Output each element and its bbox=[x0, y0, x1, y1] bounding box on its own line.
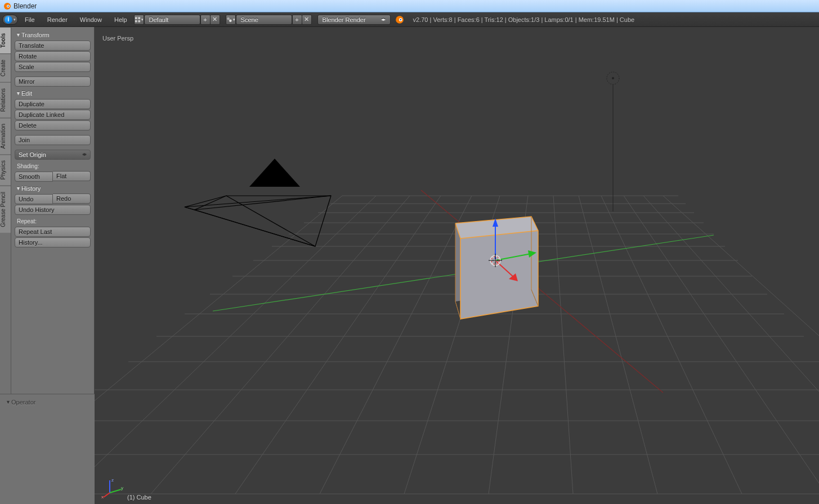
panel-header-operator[interactable]: ▼Operator bbox=[5, 397, 90, 407]
operator-shelf: ▼Operator bbox=[0, 394, 95, 504]
workspace: Tools Create Relations Animation Physics… bbox=[0, 27, 819, 504]
3d-viewport[interactable]: User Persp bbox=[95, 27, 819, 504]
blender-small-icon bbox=[392, 15, 408, 25]
layout-add-button[interactable]: + bbox=[200, 15, 211, 25]
layout-picker: ▾ Default + ✕ bbox=[134, 15, 220, 25]
render-engine-picker: Blender Render ◂▸ bbox=[317, 15, 391, 25]
layout-browse-button[interactable]: ▾ bbox=[134, 15, 144, 25]
lamp-object[interactable] bbox=[607, 72, 619, 212]
svg-line-49 bbox=[185, 207, 195, 210]
axis-gizmo-icon: z y x bbox=[101, 476, 124, 498]
translate-button[interactable]: Translate bbox=[15, 40, 91, 51]
scale-button[interactable]: Scale bbox=[15, 62, 91, 72]
undo-history-button[interactable]: Undo History bbox=[15, 205, 91, 215]
join-button[interactable]: Join bbox=[15, 135, 91, 145]
duplicate-button[interactable]: Duplicate bbox=[15, 99, 91, 109]
svg-line-38 bbox=[624, 196, 819, 494]
mirror-button[interactable]: Mirror bbox=[15, 76, 91, 87]
menu-window[interactable]: Window bbox=[74, 14, 108, 25]
repeat-label: Repeat: bbox=[15, 216, 91, 226]
status-text: v2.70 | Verts:8 | Faces:6 | Tris:12 | Ob… bbox=[413, 16, 635, 23]
scene-remove-button[interactable]: ✕ bbox=[302, 15, 312, 25]
render-engine-label: Blender Render bbox=[323, 16, 366, 23]
info-editor-icon[interactable]: i▾ bbox=[2, 15, 18, 25]
scene-browse-button[interactable]: ▾ bbox=[226, 15, 236, 25]
svg-marker-44 bbox=[249, 159, 300, 187]
svg-marker-54 bbox=[460, 231, 538, 319]
camera-object[interactable] bbox=[185, 159, 331, 246]
svg-line-48 bbox=[185, 207, 315, 246]
svg-line-35 bbox=[553, 196, 573, 494]
tool-tabs: Tools Create Relations Animation Physics… bbox=[0, 27, 11, 394]
svg-line-29 bbox=[95, 196, 376, 494]
svg-line-71 bbox=[110, 489, 121, 493]
active-object-label: (1) Cube bbox=[127, 494, 151, 501]
undo-button[interactable]: Undo bbox=[15, 194, 53, 204]
svg-rect-3 bbox=[135, 17, 137, 19]
svg-line-73 bbox=[104, 493, 110, 497]
svg-line-51 bbox=[195, 196, 331, 210]
duplicate-linked-button[interactable]: Duplicate Linked bbox=[15, 110, 91, 120]
rotate-button[interactable]: Rotate bbox=[15, 51, 91, 61]
svg-point-2 bbox=[7, 5, 8, 6]
svg-point-11 bbox=[400, 19, 401, 20]
svg-line-30 bbox=[151, 196, 410, 494]
set-origin-dropdown[interactable]: Set Origin bbox=[15, 150, 91, 160]
history-menu-button[interactable]: History... bbox=[15, 237, 91, 248]
layout-name-field[interactable]: Default bbox=[144, 15, 200, 25]
layout-remove-button[interactable]: ✕ bbox=[210, 15, 220, 25]
svg-rect-5 bbox=[135, 20, 137, 22]
shade-flat-button[interactable]: Flat bbox=[53, 171, 91, 181]
scene-name-field[interactable]: Scene bbox=[236, 15, 292, 25]
panel-header-transform[interactable]: ▼Transform bbox=[15, 29, 91, 39]
svg-point-42 bbox=[612, 77, 614, 79]
tool-shelf: ▼Transform Translate Rotate Scale Mirror… bbox=[11, 27, 95, 394]
svg-line-36 bbox=[579, 196, 657, 494]
svg-line-37 bbox=[601, 196, 742, 494]
top-menubar: i▾ File Render Window Help ▾ Default + ✕… bbox=[0, 12, 819, 27]
repeat-last-button[interactable]: Repeat Last bbox=[15, 227, 91, 237]
scene-picker: ▾ Scene + ✕ bbox=[226, 15, 312, 25]
menu-render[interactable]: Render bbox=[42, 14, 73, 25]
tab-relations[interactable]: Relations bbox=[0, 82, 11, 118]
svg-line-31 bbox=[235, 196, 441, 494]
redo-button[interactable]: Redo bbox=[53, 194, 91, 204]
window-title: Blender bbox=[14, 2, 37, 10]
svg-point-8 bbox=[229, 19, 232, 22]
svg-rect-4 bbox=[138, 17, 140, 19]
scene-add-button[interactable]: + bbox=[292, 15, 302, 25]
tab-grease-pencil[interactable]: Grease Pencil bbox=[0, 186, 11, 233]
svg-rect-6 bbox=[138, 20, 140, 22]
svg-line-50 bbox=[226, 196, 315, 246]
tab-tools[interactable]: Tools bbox=[0, 27, 11, 53]
svg-text:x: x bbox=[101, 494, 104, 498]
menu-help[interactable]: Help bbox=[109, 14, 133, 25]
cube-object[interactable] bbox=[455, 217, 538, 319]
svg-line-32 bbox=[320, 196, 472, 494]
tab-physics[interactable]: Physics bbox=[0, 154, 11, 185]
shading-label: Shading: bbox=[15, 161, 91, 170]
delete-button[interactable]: Delete bbox=[15, 120, 91, 130]
svg-text:y: y bbox=[121, 485, 123, 490]
panel-header-edit[interactable]: ▼Edit bbox=[15, 88, 91, 98]
tab-animation[interactable]: Animation bbox=[0, 118, 11, 154]
svg-marker-45 bbox=[195, 196, 331, 246]
tab-create[interactable]: Create bbox=[0, 53, 11, 82]
window-titlebar: Blender bbox=[0, 0, 819, 12]
blender-logo-icon bbox=[3, 2, 11, 10]
svg-point-7 bbox=[227, 17, 230, 20]
shade-smooth-button[interactable]: Smooth bbox=[15, 172, 53, 182]
render-engine-dropdown[interactable]: Blender Render ◂▸ bbox=[317, 15, 391, 25]
svg-line-39 bbox=[643, 196, 819, 494]
viewport-scene bbox=[95, 27, 819, 504]
menu-file[interactable]: File bbox=[19, 14, 41, 25]
svg-text:z: z bbox=[111, 478, 114, 483]
panel-header-history[interactable]: ▼History bbox=[15, 183, 91, 193]
